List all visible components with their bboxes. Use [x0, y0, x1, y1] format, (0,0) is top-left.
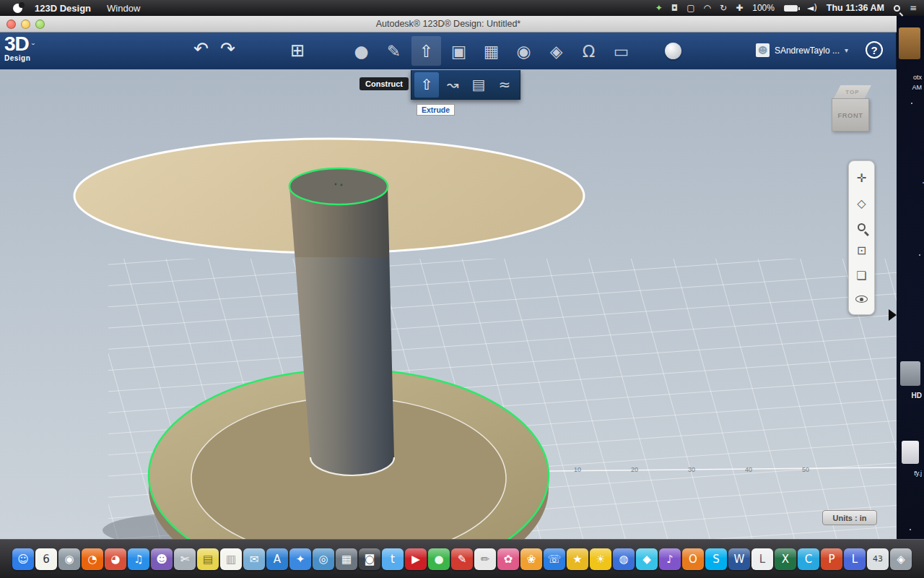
dock-finder[interactable]: ☺ [12, 548, 34, 570]
dock-orange-o[interactable]: O [682, 548, 704, 570]
dock-twitter[interactable]: t [382, 548, 404, 570]
desktop-folder-icon[interactable] [899, 27, 920, 59]
redo-button[interactable]: ↷ [220, 38, 235, 60]
dock-drop-app[interactable]: ◆ [636, 548, 658, 570]
dock-safari[interactable]: ✦ [289, 548, 311, 570]
fit-view-icon[interactable]: ⊡ [857, 245, 866, 256]
extrude-menu-item[interactable]: ⇧ [414, 72, 439, 98]
dock-chrome[interactable]: ◕ [105, 548, 126, 570]
desktop-drive-icon[interactable] [900, 361, 920, 386]
3d-canvas[interactable] [0, 69, 897, 539]
menubar-app-name[interactable]: 123D Design [35, 3, 91, 14]
view-cube[interactable]: TOP FRONT [830, 85, 875, 137]
dock-youtube[interactable]: ▶ [405, 548, 427, 570]
undo-button[interactable]: ↶ [193, 38, 209, 60]
menubar-status-icons: ✦◘▢◠↻✚ [655, 4, 744, 12]
dock-skype[interactable]: S [705, 548, 727, 570]
combine-tool-icon[interactable]: ◉ [509, 36, 539, 66]
dock-badge-43[interactable]: 43 [867, 548, 889, 570]
dock-spotify[interactable]: ● [428, 548, 450, 570]
viewport[interactable]: 1020304050 TOP FRONT ✛ ◇ ⊡ ❏ Units : in [0, 69, 897, 539]
dock-word[interactable]: W [728, 548, 750, 570]
dock-music2[interactable]: ♪ [659, 548, 681, 570]
display-settings-icon[interactable]: ❏ [856, 270, 866, 282]
viewcube-front-face[interactable]: FRONT [832, 98, 869, 131]
battery-icon[interactable] [784, 5, 798, 12]
dock-itunes[interactable]: ♫ [128, 548, 149, 570]
axis-label: 50 [802, 466, 809, 473]
viewcube-top-face[interactable]: TOP [834, 85, 871, 98]
volume-icon[interactable]: ◄) [807, 4, 817, 12]
pan-icon[interactable]: ✛ [857, 173, 866, 184]
chevron-down-icon[interactable]: ▾ [845, 46, 848, 54]
shield-icon[interactable]: ◘ [671, 4, 679, 12]
cylinder-top-cap[interactable] [289, 168, 388, 204]
menu-window[interactable]: Window [107, 3, 140, 14]
dock-flower-app[interactable]: ✿ [497, 548, 519, 570]
modify-tool-icon[interactable]: ▣ [444, 36, 474, 66]
dock-maps[interactable]: ◉ [58, 548, 80, 570]
material-tool-icon[interactable]: ◈ [541, 36, 571, 66]
dock-petals-app[interactable]: ❀ [520, 548, 542, 570]
dock-earth[interactable]: ◎ [313, 548, 334, 570]
visibility-eye-icon[interactable] [855, 296, 868, 303]
sketch-tool-icon[interactable]: ✎ [379, 36, 409, 66]
window-titlebar[interactable]: Autodesk® 123D® Design: Untitled* [0, 16, 897, 33]
apple-menu-icon[interactable] [13, 4, 22, 13]
desktop-document-icon[interactable] [902, 441, 919, 464]
dock-photobooth[interactable]: ◙ [359, 548, 380, 570]
sweep-menu-item[interactable]: ↝ [440, 72, 465, 98]
dock-powerpoint[interactable]: P [821, 548, 842, 570]
panel-pull-tab-icon[interactable] [889, 309, 897, 321]
pattern-tool-icon[interactable]: ▦ [476, 36, 506, 66]
timemachine-icon[interactable]: ↻ [720, 4, 727, 12]
macos-menubar: 123D Design Window ✦◘▢◠↻✚ 100% ◄) Thu 11… [0, 0, 924, 16]
revolve-menu-item[interactable]: ▤ [466, 72, 491, 98]
measure-tool-icon[interactable]: ▭ [606, 36, 636, 66]
dock-textedit[interactable]: ▥ [220, 548, 242, 570]
sync-icon[interactable]: ✦ [655, 4, 663, 12]
loft-menu-item[interactable]: ≈ [492, 72, 517, 98]
dock-c-app[interactable]: C [798, 548, 819, 570]
spotlight-icon[interactable] [894, 5, 900, 12]
app-logo[interactable]: 3Dˇ Design [4, 34, 35, 62]
dock-firefox[interactable]: ◔ [82, 548, 103, 570]
dock-globe-app[interactable]: ◍ [613, 548, 635, 570]
primitives-tool-icon[interactable]: ● [346, 36, 376, 66]
dock-calculator[interactable]: ▦ [336, 548, 357, 570]
notification-list-icon[interactable]: ≡ [910, 4, 917, 12]
menubar-clock[interactable]: Thu 11:36 AM [827, 3, 884, 13]
render-sphere-icon[interactable] [665, 43, 681, 59]
dock-live[interactable]: L [751, 548, 773, 570]
dock-pencil-app[interactable]: ✎ [451, 548, 473, 570]
minimize-button[interactable] [21, 20, 30, 29]
dock-facetime[interactable]: ☻ [151, 548, 173, 570]
wifi-icon[interactable]: ◠ [704, 4, 711, 12]
dock-utility[interactable]: ◈ [890, 548, 912, 570]
units-button[interactable]: Units : in [822, 510, 877, 525]
dock-sun-app[interactable]: ☀ [590, 548, 611, 570]
logo-caret-icon[interactable]: ˇ [32, 42, 35, 53]
battery-percent: 100% [752, 3, 775, 13]
help-button[interactable]: ? [866, 41, 883, 59]
dock-messenger[interactable]: ☏ [544, 548, 565, 570]
zoom-button[interactable] [35, 20, 45, 29]
dock-mail[interactable]: ✉ [243, 548, 265, 570]
display-icon[interactable]: ▢ [687, 4, 694, 12]
user-account[interactable]: ☻ SAndrewTaylo ... ▾ [756, 43, 848, 57]
zoom-icon[interactable] [858, 223, 866, 231]
bluetooth-icon[interactable]: ✚ [736, 4, 743, 12]
dock-star-app[interactable]: ★ [567, 548, 588, 570]
close-button[interactable] [6, 20, 16, 29]
construct-tool-icon[interactable]: ⇧ [411, 36, 441, 66]
dock-calendar[interactable]: 6 [35, 548, 57, 570]
dock-notes[interactable]: ▤ [197, 548, 219, 570]
dock-l-app[interactable]: L [844, 548, 866, 570]
dock-preview[interactable]: ✄ [174, 548, 196, 570]
dock-appstore[interactable]: A [266, 548, 288, 570]
dock-excel[interactable]: X [775, 548, 796, 570]
dock-pages[interactable]: ✏ [474, 548, 496, 570]
snap-tool-icon[interactable]: Ω [574, 36, 603, 66]
transform-tool-icon[interactable]: ⊞ [290, 40, 305, 61]
orbit-icon[interactable]: ◇ [857, 198, 866, 210]
